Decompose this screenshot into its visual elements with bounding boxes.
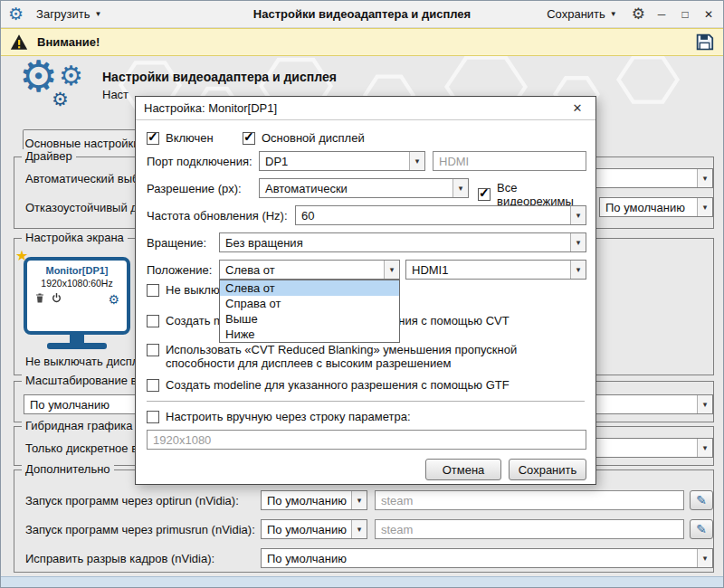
port-combo[interactable]: DP1 ▾	[259, 151, 425, 171]
checkbox-box	[147, 315, 159, 327]
monitor-base	[47, 343, 107, 349]
tearing-label: Исправить разрыв кадров (nVidia):	[25, 552, 214, 565]
chevron-down-icon: ▾	[351, 491, 367, 509]
monitor-mode: 1920x1080:60Hz	[27, 278, 127, 289]
dialog-titlebar: Настройка: Monitor[DP1] ✕	[136, 97, 595, 120]
dpms-label: Не выключать диспл	[25, 355, 138, 368]
page-subtitle-fragment: Наст	[102, 88, 129, 101]
checkbox-box	[147, 379, 159, 392]
checkbox-box	[478, 188, 491, 201]
load-menu-label: Загрузить	[36, 7, 90, 21]
save-menu-button[interactable]: Сохранить ▼	[541, 5, 623, 23]
cancel-button[interactable]: Отмена	[425, 459, 501, 480]
gtf-modeline-checkbox[interactable]: Создать modeline для указанного разрешен…	[147, 378, 510, 392]
primusrun-label: Запуск программ через primusrun (nVidia)…	[25, 523, 255, 536]
chevron-down-icon: ▾	[570, 261, 586, 279]
port-value: DP1	[260, 152, 409, 170]
chevron-down-icon: ▾	[697, 169, 712, 187]
save-menu-label: Сохранить	[547, 7, 605, 21]
chevron-down-icon: ▾	[697, 549, 712, 567]
maximize-button[interactable]: □	[678, 9, 692, 20]
position-relative-combo[interactable]: HDMI1 ▾	[405, 260, 586, 280]
resolution-combo[interactable]: Автоматически ▾	[259, 178, 469, 198]
dialog-close-button[interactable]: ✕	[567, 101, 587, 115]
driver-failsafe-label: Отказоустойчивый др	[25, 201, 144, 214]
driver-failsafe-value: По умолчанию	[600, 198, 697, 216]
chevron-down-icon: ▼	[94, 10, 101, 18]
power-icon	[51, 292, 62, 304]
primusrun-combo-value: По умолчанию	[262, 520, 351, 538]
monitor-name: Monitor[DP1]	[27, 265, 127, 276]
position-dropdown-list: Слева от Справа от Выше Ниже	[219, 280, 400, 343]
minimize-button[interactable]: ─	[654, 9, 669, 20]
optirun-input[interactable]	[375, 490, 684, 510]
monitor-preview[interactable]: ★ Monitor[DP1] 1920x1080:60Hz	[24, 257, 130, 349]
optirun-edit-button[interactable]: ✎	[690, 490, 713, 510]
optirun-combo[interactable]: По умолчанию ▾	[261, 490, 367, 510]
driver-failsafe-combo[interactable]: По умолчанию ▾	[599, 197, 713, 217]
gtf-modeline-label: Создать modeline для указанного разрешен…	[166, 378, 510, 392]
pencil-icon: ✎	[696, 493, 707, 507]
dialog-save-button[interactable]: Сохранить	[509, 459, 586, 480]
page-title: Настройки видеоадаптера и дисплея	[102, 70, 337, 84]
gear-icon: ⚙	[59, 62, 83, 90]
pencil-icon: ✎	[696, 522, 707, 536]
app-gear-icon: ⚙	[8, 5, 24, 23]
primusrun-input[interactable]	[375, 519, 684, 539]
status-bar	[1, 576, 723, 587]
tearing-combo[interactable]: По умолчанию ▾	[261, 548, 713, 568]
save-file-button[interactable]	[695, 33, 714, 52]
manual-config-checkbox[interactable]: Настроить вручную через строку параметра…	[147, 410, 411, 423]
dropdown-option-below[interactable]: Ниже	[220, 327, 399, 342]
optirun-combo-value: По умолчанию	[262, 491, 351, 509]
trash-button[interactable]	[34, 291, 45, 308]
warning-bar: Внимание!	[1, 28, 723, 56]
enabled-checkbox[interactable]: Включен	[147, 131, 214, 145]
power-button[interactable]	[51, 291, 62, 308]
primusrun-combo[interactable]: По умолчанию ▾	[261, 519, 367, 539]
load-menu-button[interactable]: Загрузить ▼	[31, 5, 107, 23]
dropdown-option-right-of[interactable]: Справа от	[220, 296, 399, 311]
warning-icon	[10, 33, 28, 51]
chevron-down-icon: ▾	[570, 233, 586, 251]
dropdown-option-left-of[interactable]: Слева от	[220, 280, 399, 296]
monitor-settings-button[interactable]: ⚙	[108, 293, 119, 306]
refresh-label: Частота обновления (Hz):	[147, 209, 288, 223]
app-window: ⚙ Загрузить ▼ Настройки видеоадаптера и …	[0, 0, 724, 588]
refresh-value: 60	[296, 206, 570, 224]
manual-config-input[interactable]	[147, 430, 586, 450]
checkbox-box	[147, 344, 159, 356]
trash-icon	[34, 292, 45, 304]
settings-gear-button[interactable]: ⚙	[632, 6, 645, 22]
primusrun-edit-button[interactable]: ✎	[690, 519, 713, 539]
monitor-settings-dialog: Настройка: Monitor[DP1] ✕ Включен Основн…	[135, 96, 596, 485]
position-combo[interactable]: Слева от ▾	[219, 260, 400, 280]
resolution-label: Разрешение (px):	[147, 182, 242, 195]
enabled-label: Включен	[166, 131, 214, 145]
dialog-separator	[147, 401, 585, 402]
app-logo-gears: ⚙ ⚙ ⚙	[19, 59, 102, 124]
hexagon-decoration	[616, 52, 680, 108]
primary-display-checkbox[interactable]: Основной дисплей	[243, 131, 365, 145]
hybrid-row-label: Только дискретное в	[25, 441, 138, 455]
refresh-combo[interactable]: 60 ▾	[295, 205, 586, 225]
position-value: Слева от	[220, 261, 384, 279]
dialog-title: Настройка: Monitor[DP1]	[144, 101, 277, 115]
rotation-combo[interactable]: Без вращения ▾	[219, 232, 586, 252]
group-screen-legend: Настройка экрана	[22, 231, 128, 244]
all-modes-checkbox[interactable]: Все видеорежимы	[478, 181, 595, 208]
titlebar: ⚙ Загрузить ▼ Настройки видеоадаптера и …	[1, 1, 723, 28]
port-custom-input[interactable]	[433, 151, 586, 171]
chevron-down-icon: ▾	[409, 152, 424, 170]
rotation-value: Без вращения	[220, 233, 570, 251]
primary-display-label: Основной дисплей	[262, 131, 365, 145]
tearing-combo-value: По умолчанию	[262, 549, 697, 567]
cvt-rb-checkbox[interactable]: Использовать «CVT Reduced Blanking» умен…	[147, 343, 574, 370]
port-label: Порт подключения:	[147, 155, 252, 168]
monitor-stand	[70, 335, 84, 343]
position-label: Положение:	[147, 263, 212, 277]
group-driver-legend: Драйвер	[22, 149, 76, 163]
chevron-down-icon: ▾	[384, 261, 399, 279]
close-button[interactable]: ✕	[701, 9, 716, 20]
dropdown-option-above[interactable]: Выше	[220, 311, 399, 327]
